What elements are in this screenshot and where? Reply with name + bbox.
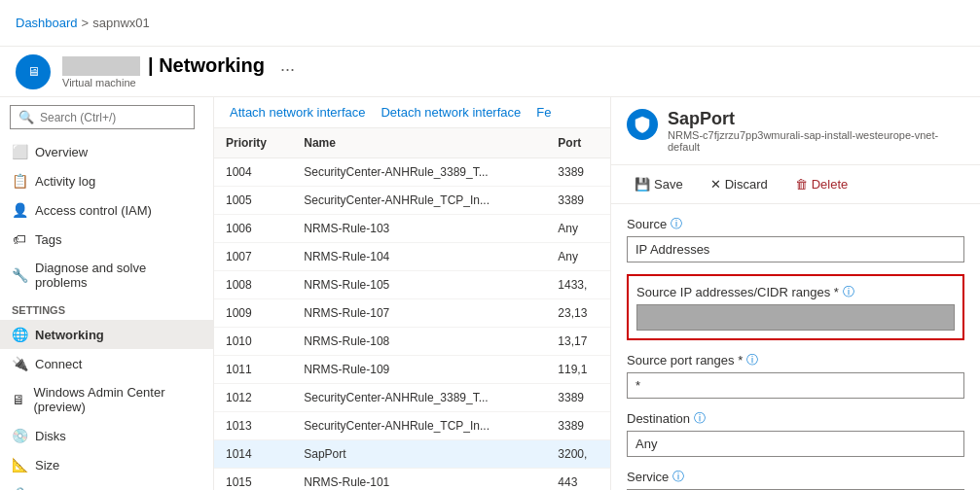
table-row[interactable]: 1015 NRMS-Rule-101 443 <box>214 469 610 491</box>
table-row[interactable]: 1007 NRMS-Rule-104 Any <box>214 243 610 271</box>
sidebar-item-windows-admin[interactable]: 🖥 Windows Admin Center (preview) <box>0 378 213 421</box>
sidebar-item-disks[interactable]: 💿 Disks <box>0 421 213 450</box>
service-info-icon[interactable]: ⓘ <box>672 469 684 485</box>
cell-priority: 1011 <box>214 356 292 384</box>
discard-button[interactable]: ✕ Discard <box>703 173 776 195</box>
sidebar-item-label-access-control: Access control (IAM) <box>35 203 152 218</box>
source-port-info-icon[interactable]: ⓘ <box>746 352 758 368</box>
fe-button[interactable]: Fe <box>536 105 551 120</box>
save-icon: 💾 <box>635 177 650 192</box>
destination-group: Destination ⓘ <box>627 410 964 457</box>
source-port-group: Source port ranges * ⓘ <box>627 352 964 399</box>
collapse-button[interactable]: 《 <box>204 105 214 130</box>
cell-priority: 1008 <box>214 271 292 299</box>
cell-name: NRMS-Rule-101 <box>292 469 546 491</box>
sidebar-item-networking[interactable]: 🌐 Networking <box>0 320 213 349</box>
cell-port: 1433, <box>546 271 610 299</box>
table-row[interactable]: 1014 SapPort 3200, <box>214 440 610 469</box>
source-label: Source ⓘ <box>627 216 964 232</box>
cell-name: SecurityCenter-ANHRule_3389_T... <box>292 384 546 412</box>
cell-priority: 1004 <box>214 158 292 187</box>
destination-info-icon[interactable]: ⓘ <box>694 410 706 427</box>
vm-header: 🖥 | Networking ... Virtual machine <box>0 47 980 97</box>
overview-icon: ⬜ <box>12 144 27 159</box>
cell-port: Any <box>546 215 610 243</box>
sidebar-item-connect[interactable]: 🔌 Connect <box>0 349 213 378</box>
table-toolbar: Attach network interface Detach network … <box>214 97 610 128</box>
cell-port: 443 <box>546 469 610 491</box>
content-area: Attach network interface Detach network … <box>214 97 980 490</box>
cell-port: 3389 <box>546 412 610 440</box>
cell-priority: 1012 <box>214 384 292 412</box>
breadcrumb-bar: Dashboard > sapnwx01 <box>0 0 980 47</box>
cell-name: SecurityCenter-ANHRule_3389_T... <box>292 158 546 187</box>
detach-network-interface-button[interactable]: Detach network interface <box>381 105 521 120</box>
search-input[interactable] <box>40 111 186 124</box>
cell-priority: 1010 <box>214 328 292 356</box>
source-ip-label: Source IP addresses/CIDR ranges * ⓘ <box>636 284 955 300</box>
delete-icon: 🗑 <box>795 177 808 192</box>
table-row[interactable]: 1012 SecurityCenter-ANHRule_3389_T... 33… <box>214 384 610 412</box>
sidebar-item-tags[interactable]: 🏷 Tags <box>0 225 213 254</box>
cell-port: Any <box>546 243 610 271</box>
source-ip-info-icon[interactable]: ⓘ <box>843 284 854 300</box>
table-row[interactable]: 1011 NRMS-Rule-109 119,1 <box>214 356 610 384</box>
connect-icon: 🔌 <box>12 356 27 371</box>
source-group: Source ⓘ <box>627 216 964 262</box>
source-ip-highlighted-group: Source IP addresses/CIDR ranges * ⓘ <box>627 274 964 340</box>
vm-icon: 🖥 <box>27 64 40 79</box>
source-input[interactable] <box>627 236 964 262</box>
table-row[interactable]: 1004 SecurityCenter-ANHRule_3389_T... 33… <box>214 158 610 187</box>
source-info-icon[interactable]: ⓘ <box>671 216 682 232</box>
vm-title: | Networking <box>148 54 265 77</box>
panel-icon <box>627 109 658 140</box>
sidebar-item-access-control[interactable]: 👤 Access control (IAM) <box>0 195 213 225</box>
sidebar-item-size[interactable]: 📐 Size <box>0 450 213 479</box>
table-row[interactable]: 1008 NRMS-Rule-105 1433, <box>214 271 610 299</box>
save-button[interactable]: 💾 Save <box>627 173 691 195</box>
cell-name: NRMS-Rule-109 <box>292 356 546 384</box>
panel-toolbar: 💾 Save ✕ Discard 🗑 Delete <box>611 165 980 204</box>
sidebar-item-label-overview: Overview <box>35 145 88 159</box>
cell-priority: 1007 <box>214 243 292 271</box>
tags-icon: 🏷 <box>12 231 27 247</box>
attach-network-interface-button[interactable]: Attach network interface <box>230 105 365 120</box>
security-icon: 🔒 <box>12 486 27 490</box>
vm-ellipsis[interactable]: ... <box>280 55 295 76</box>
vm-subtitle: Virtual machine <box>62 77 295 88</box>
cell-port: 23,13 <box>546 299 610 328</box>
search-icon: 🔍 <box>18 110 34 124</box>
sidebar-item-label-size: Size <box>35 458 59 472</box>
source-port-input[interactable] <box>627 372 964 399</box>
cell-name: SecurityCenter-ANHRule_TCP_In... <box>292 187 546 215</box>
size-icon: 📐 <box>12 457 27 472</box>
table-row[interactable]: 1006 NRMS-Rule-103 Any <box>214 215 610 243</box>
table-row[interactable]: 1010 NRMS-Rule-108 13,17 <box>214 328 610 356</box>
table-row[interactable]: 1005 SecurityCenter-ANHRule_TCP_In... 33… <box>214 187 610 215</box>
sidebar-item-overview[interactable]: ⬜ Overview <box>0 137 213 166</box>
sidebar: 🔍 《 ⬜ Overview 📋 Activity log 👤 Access c… <box>0 97 214 490</box>
col-priority: Priority <box>214 128 292 158</box>
main-layout: 🔍 《 ⬜ Overview 📋 Activity log 👤 Access c… <box>0 97 980 490</box>
networking-icon: 🌐 <box>12 327 27 342</box>
avatar: 🖥 <box>16 54 51 89</box>
cell-port: 3389 <box>546 384 610 412</box>
breadcrumb-parent[interactable]: Dashboard <box>16 16 78 30</box>
breadcrumb-current: sapnwx01 <box>92 16 150 30</box>
cell-name: NRMS-Rule-108 <box>292 328 546 356</box>
cell-port: 13,17 <box>546 328 610 356</box>
table-row[interactable]: 1009 NRMS-Rule-107 23,13 <box>214 299 610 328</box>
cell-priority: 1014 <box>214 440 292 469</box>
delete-button[interactable]: 🗑 Delete <box>787 173 856 195</box>
sidebar-item-activity-log[interactable]: 📋 Activity log <box>0 166 213 195</box>
discard-icon: ✕ <box>710 177 721 192</box>
destination-input[interactable] <box>627 431 964 457</box>
sidebar-item-security[interactable]: 🔒 Security <box>0 479 213 490</box>
activity-log-icon: 📋 <box>12 173 27 189</box>
search-box[interactable]: 🔍 <box>10 105 195 129</box>
source-ip-input[interactable] <box>636 304 955 331</box>
sidebar-item-label-diagnose: Diagnose and solve problems <box>35 261 201 290</box>
cell-priority: 1013 <box>214 412 292 440</box>
table-row[interactable]: 1013 SecurityCenter-ANHRule_TCP_In... 33… <box>214 412 610 440</box>
sidebar-item-diagnose[interactable]: 🔧 Diagnose and solve problems <box>0 254 213 297</box>
